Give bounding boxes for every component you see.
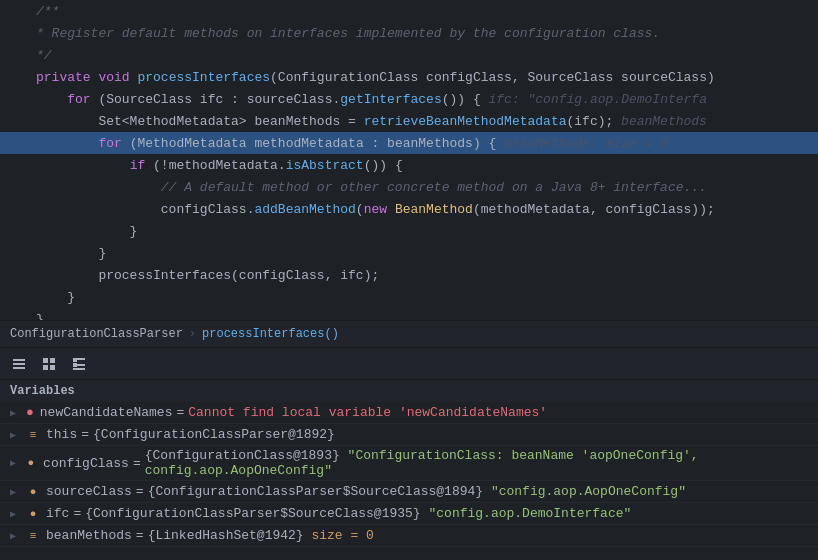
svg-rect-8	[77, 358, 85, 360]
var-name-newcandidatenames: newCandidateNames	[40, 405, 173, 420]
var-name-beanmethods: beanMethods	[46, 528, 132, 543]
code-line-12: }	[0, 242, 818, 264]
bottom-section: Variables ▶ ● newCandidateNames = Cannot…	[0, 348, 818, 548]
svg-rect-5	[43, 365, 48, 370]
breadcrumb-class: ConfigurationClassParser	[10, 327, 183, 341]
var-row-this[interactable]: ▶ ≡ this = {ConfigurationClassParser@189…	[0, 424, 818, 446]
var-eq: =	[176, 405, 184, 420]
variables-header: Variables	[0, 380, 818, 402]
obj-icon-this: ≡	[26, 429, 40, 441]
expand-icon-configclass: ▶	[10, 457, 21, 469]
svg-rect-4	[50, 358, 55, 363]
var-name-this: this	[46, 427, 77, 442]
code-line-9: // A default method or other concrete me…	[0, 176, 818, 198]
var-eq-beanmethods: =	[136, 528, 144, 543]
obj-icon-sourceclass: ●	[26, 486, 40, 498]
expand-icon-newcandidatenames: ▶	[10, 407, 22, 419]
code-line-10: configClass.addBeanMethod(new BeanMethod…	[0, 198, 818, 220]
var-val-ifc: {ConfigurationClassParser$SourceClass@19…	[85, 506, 631, 521]
code-line-11: }	[0, 220, 818, 242]
obj-icon-configclass: ●	[25, 457, 37, 469]
var-val-beanmethods: {LinkedHashSet@1942} size = 0	[148, 528, 374, 543]
var-eq-sourceclass: =	[136, 484, 144, 499]
obj-icon-ifc: ●	[26, 508, 40, 520]
var-val-configclass: {ConfigurationClass@1893} "Configuration…	[145, 448, 810, 478]
code-line-3: */	[0, 44, 818, 66]
code-line-8: if (!methodMetadata.isAbstract()) {	[0, 154, 818, 176]
breadcrumb-bar: ConfigurationClassParser › processInterf…	[0, 320, 818, 348]
obj-icon-beanmethods: ≡	[26, 530, 40, 542]
svg-rect-9	[73, 363, 77, 367]
var-row-configclass[interactable]: ▶ ● configClass = {ConfigurationClass@18…	[0, 446, 818, 481]
var-name-configclass: configClass	[43, 456, 129, 471]
debug-btn-list[interactable]	[8, 355, 30, 373]
code-line-13: processInterfaces(configClass, ifc);	[0, 264, 818, 286]
var-eq-configclass: =	[133, 456, 141, 471]
svg-rect-7	[73, 358, 77, 362]
svg-rect-10	[77, 364, 85, 366]
expand-icon-this: ▶	[10, 429, 22, 441]
code-editor: /** * Register default methods on interf…	[0, 0, 818, 320]
breadcrumb-separator: ›	[189, 327, 196, 341]
svg-rect-6	[50, 365, 55, 370]
code-line-14: }	[0, 286, 818, 308]
code-line-4: private void processInterfaces(Configura…	[0, 66, 818, 88]
var-row-newcandidatenames[interactable]: ▶ ● newCandidateNames = Cannot find loca…	[0, 402, 818, 424]
expand-icon-beanmethods: ▶	[10, 530, 22, 542]
variables-panel: Variables ▶ ● newCandidateNames = Cannot…	[0, 380, 818, 548]
code-line-6: Set<MethodMetadata> beanMethods = retrie…	[0, 110, 818, 132]
breadcrumb-method: processInterfaces()	[202, 327, 339, 341]
debug-btn-grid[interactable]	[38, 355, 60, 373]
var-val-this: {ConfigurationClassParser@1892}	[93, 427, 335, 442]
code-line-5: for (SourceClass ifc : sourceClass.getIn…	[0, 88, 818, 110]
svg-rect-12	[77, 368, 85, 370]
code-line-15: }	[0, 308, 818, 320]
var-row-sourceclass[interactable]: ▶ ● sourceClass = {ConfigurationClassPar…	[0, 481, 818, 503]
var-name-sourceclass: sourceClass	[46, 484, 132, 499]
var-row-ifc[interactable]: ▶ ● ifc = {ConfigurationClassParser$Sour…	[0, 503, 818, 525]
var-row-beanmethods[interactable]: ▶ ≡ beanMethods = {LinkedHashSet@1942} s…	[0, 525, 818, 547]
var-val-sourceclass: {ConfigurationClassParser$SourceClass@18…	[148, 484, 686, 499]
svg-rect-0	[13, 359, 25, 361]
svg-rect-2	[13, 367, 25, 369]
expand-icon-sourceclass: ▶	[10, 486, 22, 498]
code-line-2: * Register default methods on interfaces…	[0, 22, 818, 44]
debug-toolbar	[0, 348, 818, 380]
var-name-ifc: ifc	[46, 506, 69, 521]
expand-icon-ifc: ▶	[10, 508, 22, 520]
var-eq-this: =	[81, 427, 89, 442]
var-eq-ifc: =	[73, 506, 81, 521]
code-line-7: for (MethodMetadata methodMetadata : bea…	[0, 132, 818, 154]
svg-rect-3	[43, 358, 48, 363]
var-val-newcandidatenames: Cannot find local variable 'newCandidate…	[188, 405, 547, 420]
svg-rect-1	[13, 363, 25, 365]
debug-btn-more[interactable]	[68, 355, 90, 373]
svg-rect-11	[73, 368, 77, 370]
error-icon: ●	[26, 405, 34, 420]
code-line-1: /**	[0, 0, 818, 22]
